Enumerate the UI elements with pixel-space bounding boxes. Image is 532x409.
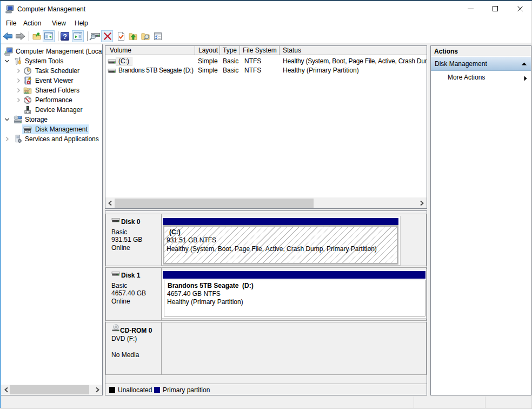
svg-text:?: ? — [63, 33, 67, 41]
